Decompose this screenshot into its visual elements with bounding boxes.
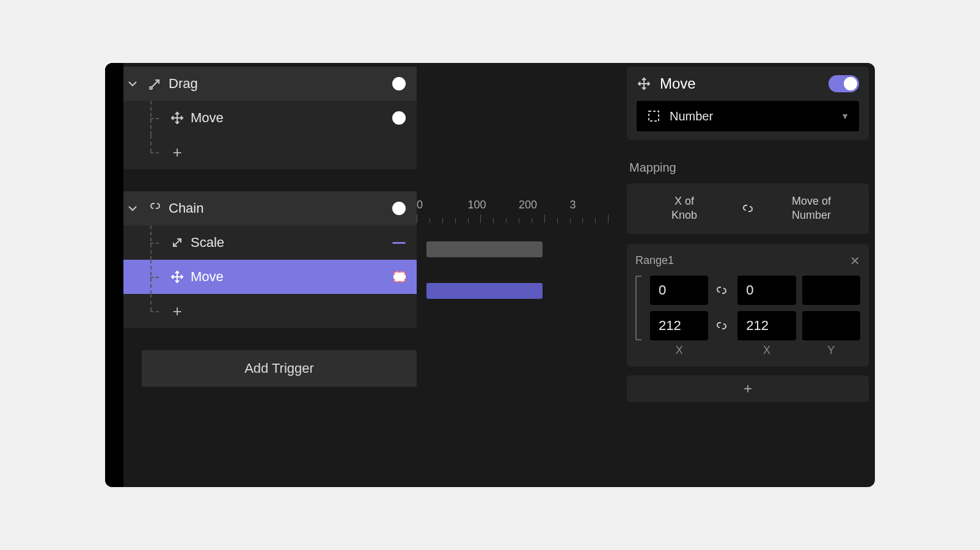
trigger-group-chain: Chain Scale Move	[123, 191, 417, 387]
add-trigger-label: Add Trigger	[244, 361, 314, 376]
left-gutter	[105, 63, 123, 487]
target-label: Number	[670, 109, 832, 123]
action-label: Move	[191, 110, 392, 126]
svg-line-1	[152, 80, 159, 87]
chevron-down-icon: ▼	[841, 111, 849, 121]
timeline-bar-scale[interactable]	[426, 241, 543, 257]
add-trigger-button[interactable]: Add Trigger	[142, 350, 417, 387]
range-to-x-min[interactable]: 0	[737, 276, 795, 305]
chain-icon	[740, 201, 755, 216]
mapping-card[interactable]: X of Knob Move of Number	[627, 183, 869, 234]
inspector-panel: Move Number ▼ Mapping X of Knob Move of …	[621, 63, 875, 487]
disclosure-down-icon[interactable]	[125, 76, 140, 91]
ruler-labels: 0 100 200 3	[417, 199, 621, 211]
inspector-header-card: Move Number ▼	[627, 67, 869, 140]
trigger-label: Chain	[169, 200, 392, 216]
mapping-section-label: Mapping	[629, 161, 869, 175]
action-label: Move	[191, 269, 393, 285]
chain-icon	[714, 318, 729, 333]
move-icon	[170, 111, 185, 125]
range-from-x-min[interactable]: 0	[650, 276, 708, 305]
range-bracket	[635, 276, 642, 340]
chain-icon	[148, 201, 163, 216]
status-indicator[interactable]	[392, 242, 406, 244]
action-row-drag-move[interactable]: Move	[123, 101, 417, 135]
ruler-ticks	[417, 215, 621, 223]
status-indicator[interactable]	[392, 111, 406, 125]
range-to-x-max[interactable]: 212	[737, 311, 795, 340]
inspector-title: Move	[660, 75, 820, 92]
enable-toggle[interactable]	[828, 75, 859, 92]
selection-box-icon	[646, 109, 661, 123]
trigger-row-chain[interactable]: Chain	[123, 191, 417, 226]
status-indicator[interactable]	[392, 202, 406, 215]
chain-icon	[714, 283, 729, 298]
action-row-chain-move[interactable]: Move	[123, 260, 417, 294]
timeline-bar-move[interactable]	[426, 283, 543, 299]
move-icon	[637, 76, 651, 91]
plus-icon: +	[164, 143, 191, 162]
mapping-from: X of Knob	[634, 194, 734, 223]
svg-line-2	[174, 239, 181, 246]
add-range-button[interactable]: +	[627, 375, 869, 402]
timeline-panel[interactable]: 0 100 200 3	[417, 63, 621, 487]
scale-icon	[170, 235, 185, 250]
move-icon	[170, 270, 185, 284]
status-indicator[interactable]	[392, 77, 406, 90]
target-dropdown[interactable]: Number ▼	[637, 101, 859, 131]
svg-rect-3	[649, 111, 659, 121]
range-label: Range1	[635, 254, 674, 267]
add-action-drag[interactable]: +	[123, 135, 417, 169]
remove-range-button[interactable]: ✕	[850, 254, 860, 268]
range-from-x-max[interactable]: 212	[650, 311, 708, 340]
disclosure-down-icon[interactable]	[125, 201, 140, 216]
range-card: Range1 ✕ 0 0 212 212 X X Y	[627, 244, 869, 367]
status-indicator[interactable]	[393, 271, 406, 282]
trigger-row-drag[interactable]: Drag	[123, 67, 417, 101]
action-label: Scale	[191, 235, 392, 251]
trigger-group-drag: Drag Move +	[123, 67, 417, 169]
range-to-y-max[interactable]	[802, 311, 860, 340]
trigger-label: Drag	[169, 76, 392, 92]
add-action-chain[interactable]: +	[123, 294, 417, 328]
range-to-y-min[interactable]	[802, 276, 860, 305]
timeline-ruler[interactable]: 0 100 200 3	[417, 199, 621, 223]
mapping-to: Move of Number	[761, 194, 861, 223]
plus-icon: +	[164, 302, 191, 321]
action-row-chain-scale[interactable]: Scale	[123, 226, 417, 260]
axis-labels: X X Y	[635, 344, 860, 357]
drag-arrow-icon	[148, 76, 163, 91]
svg-point-0	[150, 87, 152, 89]
trigger-tree: Drag Move +	[123, 63, 417, 487]
app-window: Drag Move +	[105, 63, 875, 487]
